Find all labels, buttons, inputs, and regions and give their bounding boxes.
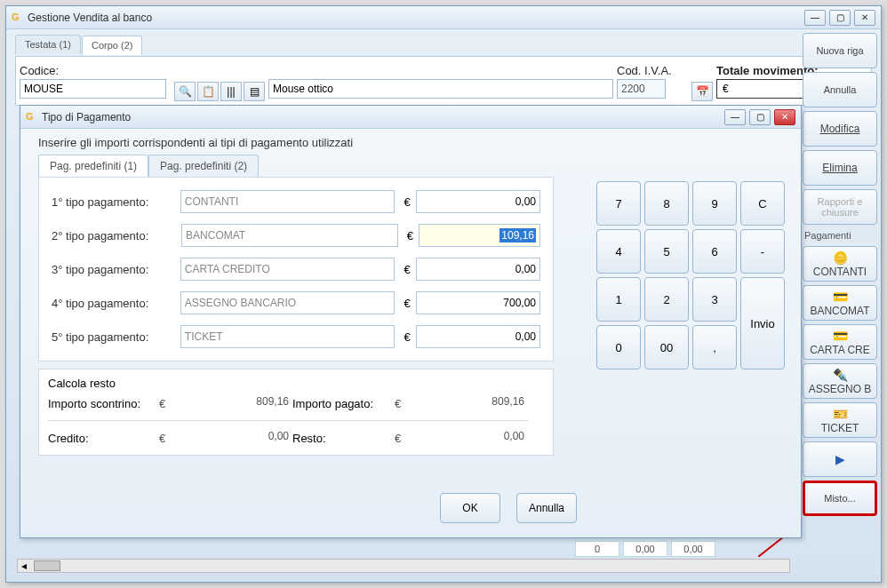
- resto-value: 0,00: [407, 428, 528, 448]
- annulla-button[interactable]: Annulla: [803, 72, 877, 107]
- payment-name-2[interactable]: [181, 224, 398, 247]
- key-6[interactable]: 6: [692, 229, 737, 274]
- payment-amount-2[interactable]: 109,16: [419, 224, 540, 247]
- card-icon: 💳: [833, 329, 848, 343]
- dialog-titlebar: G Tipo di Pagamento — ▢ ✕: [20, 106, 801, 129]
- header-row: Codice: 🔍 📋 ||| ▤ Cod. I.V.A. 📅 Totale m…: [15, 56, 872, 106]
- card-icon: 💳: [833, 290, 848, 304]
- tab-predefiniti-2[interactable]: Pag. predefiniti (2): [148, 155, 259, 177]
- list-icon[interactable]: ▤: [244, 82, 265, 101]
- resto-label: Resto:: [292, 432, 395, 445]
- key-1[interactable]: 1: [596, 277, 641, 322]
- credito-value: 0,00: [172, 428, 292, 448]
- dialog-title: Tipo di Pagamento: [42, 111, 724, 123]
- minimize-button[interactable]: —: [804, 10, 826, 26]
- dialog-close-button[interactable]: ✕: [774, 109, 795, 125]
- dialog-minimize-button[interactable]: —: [724, 109, 746, 125]
- key-5[interactable]: 5: [644, 229, 689, 274]
- dialog-instruction: Inserire gli importi corrispondenti ai t…: [38, 136, 783, 149]
- footer-cells: 0 0,00 0,00: [575, 541, 715, 557]
- importo-pagato-label: Importo pagato:: [292, 397, 395, 410]
- copy-icon[interactable]: 📋: [197, 82, 219, 101]
- payment-row-3: 3° tipo pagamento: €: [52, 258, 540, 281]
- payment-dialog: G Tipo di Pagamento — ▢ ✕ Inserire gli i…: [20, 105, 802, 538]
- payment-row-5: 5° tipo pagamento: €: [52, 325, 540, 348]
- window-title: Gestione Vendita al banco: [28, 12, 804, 24]
- tab-predefiniti-1[interactable]: Pag. predefiniti (1): [38, 155, 148, 177]
- payment-amount-3[interactable]: [416, 258, 540, 281]
- scrollbar-thumb[interactable]: [34, 560, 60, 571]
- main-tabs: Testata (1) Corpo (2): [15, 35, 872, 54]
- bancomat-button[interactable]: 💳BANCOMAT: [803, 285, 877, 321]
- codice-input[interactable]: [20, 79, 166, 99]
- key-2[interactable]: 2: [644, 277, 689, 322]
- payment-row-1: 1° tipo pagamento: €: [52, 190, 540, 213]
- horizontal-scrollbar[interactable]: ◂: [17, 559, 790, 573]
- dialog-maximize-button[interactable]: ▢: [749, 109, 771, 125]
- tab-testata[interactable]: Testata (1): [15, 35, 81, 54]
- cancel-button[interactable]: Annulla: [516, 493, 577, 523]
- key-8[interactable]: 8: [644, 181, 689, 226]
- barcode-icon[interactable]: |||: [220, 82, 242, 101]
- key-enter[interactable]: Invio: [740, 277, 785, 369]
- ticket-icon: 🎫: [833, 407, 848, 421]
- maximize-button[interactable]: ▢: [829, 10, 851, 26]
- elimina-button[interactable]: Elimina: [803, 150, 877, 186]
- contanti-button[interactable]: 🪙CONTANTI: [803, 246, 877, 282]
- lookup-icon[interactable]: 🔍: [174, 82, 196, 101]
- key-0[interactable]: 0: [596, 325, 641, 369]
- key-3[interactable]: 3: [692, 277, 737, 322]
- credito-label: Credito:: [48, 432, 159, 445]
- change-calc-panel: Calcola resto Importo scontrino: €809,16…: [38, 369, 554, 456]
- calc-resto-label: Calcola resto: [48, 377, 544, 390]
- key-decimal[interactable]: ,: [692, 325, 737, 369]
- carta-button[interactable]: 💳CARTA CRE: [803, 324, 877, 360]
- payment-name-4[interactable]: [180, 291, 396, 314]
- pen-icon: ✒️: [833, 368, 848, 382]
- iva-label: Cod. I.V.A.: [617, 64, 688, 77]
- ticket-button[interactable]: 🎫TICKET: [803, 402, 877, 438]
- iva-input[interactable]: [617, 79, 666, 99]
- importo-pagato-value: 809,16: [407, 393, 528, 413]
- ok-button[interactable]: OK: [440, 493, 500, 523]
- actions-sidebar: Nuova riga Annulla Modifica Elimina Rapp…: [803, 33, 877, 516]
- numeric-keypad: 7 8 9 C 4 5 6 - 1 2 3 Invio 0 00 ,: [596, 181, 785, 369]
- payment-amount-5[interactable]: [416, 325, 540, 348]
- iva-lookup-icon[interactable]: 📅: [691, 82, 713, 101]
- importo-scontrino-label: Importo scontrino:: [48, 397, 159, 410]
- rapporti-button: Rapporti e chiusure: [803, 189, 877, 225]
- codice-label: Codice:: [20, 64, 171, 77]
- payment-amount-1[interactable]: [416, 190, 540, 213]
- payment-name-3[interactable]: [180, 258, 396, 281]
- payment-amount-4[interactable]: [416, 291, 540, 314]
- main-titlebar: G Gestione Vendita al banco — ▢ ✕: [6, 6, 881, 29]
- key-clear[interactable]: C: [740, 181, 785, 226]
- key-00[interactable]: 00: [644, 325, 689, 369]
- importo-scontrino-value: 809,16: [172, 393, 292, 413]
- footer-cell-3: 0,00: [671, 541, 715, 557]
- misto-button[interactable]: Misto...: [803, 481, 877, 516]
- app-icon: G: [12, 12, 24, 24]
- coins-icon: 🪙: [833, 250, 848, 265]
- pagamenti-header: Pagamenti: [804, 230, 875, 241]
- payment-name-5[interactable]: [180, 325, 396, 348]
- modifica-button[interactable]: Modifica: [803, 111, 877, 147]
- payment-row-4: 4° tipo pagamento: €: [52, 291, 540, 314]
- payment-row-2: 2° tipo pagamento: € 109,16: [52, 224, 540, 247]
- footer-cell-1: 0: [575, 541, 619, 557]
- dialog-icon: G: [26, 111, 38, 123]
- assegno-button[interactable]: ✒️ASSEGNO B: [803, 363, 877, 399]
- close-button[interactable]: ✕: [854, 10, 875, 26]
- nuova-riga-button[interactable]: Nuova riga: [803, 33, 877, 68]
- payment-types-panel: 1° tipo pagamento: € 2° tipo pagamento: …: [38, 177, 554, 362]
- payment-name-1[interactable]: [180, 190, 396, 213]
- tab-corpo[interactable]: Corpo (2): [82, 36, 142, 55]
- play-button[interactable]: ▶: [803, 441, 877, 477]
- key-4[interactable]: 4: [596, 229, 641, 274]
- key-7[interactable]: 7: [596, 181, 641, 226]
- key-minus[interactable]: -: [740, 229, 785, 274]
- description-input[interactable]: [268, 79, 613, 99]
- footer-cell-2: 0,00: [623, 541, 667, 557]
- key-9[interactable]: 9: [692, 181, 737, 226]
